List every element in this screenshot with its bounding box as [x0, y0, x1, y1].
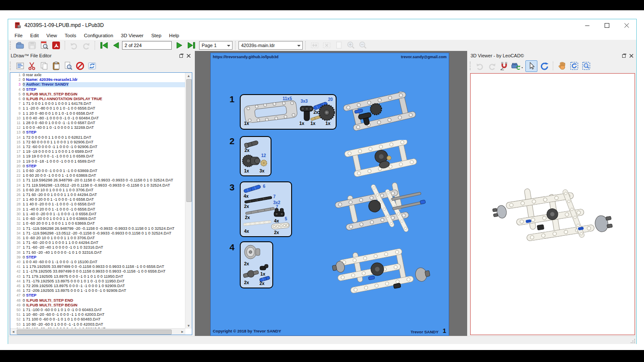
editor-line[interactable]: 321 0 -60 20 0 0 1 0 0 0 1 1 0 0 63869.D…: [10, 221, 185, 226]
editor-line[interactable]: 130 STEP: [10, 130, 185, 135]
viewer-model[interactable]: [488, 180, 620, 256]
editor-line[interactable]: 531 10 80 -20 -60 0 1 0 0 0 -1 -1 0 0 42…: [10, 322, 185, 327]
editor-line[interactable]: 50 !LPUB MULTI_STEP BEGIN: [10, 92, 185, 97]
editor-line[interactable]: 91 1 20 0 -80 0 0 1 0 1 0 -1 0 0 6558.DA…: [10, 111, 185, 116]
assembly-step3[interactable]: [328, 181, 429, 241]
pli-box-step2[interactable]: 2x 1x 12 3x: [240, 136, 271, 176]
editor-line[interactable]: 281 1 40 0 -20 0 0 1 -1 0 0 0 -1 0 6558.…: [10, 202, 185, 207]
next-page-icon[interactable]: [174, 40, 185, 50]
editor-line[interactable]: 351 0 -60 20 10 0 1 0 0 0 1 1 0 0 3706.D…: [10, 236, 185, 240]
redo-icon[interactable]: [81, 40, 91, 50]
editor-line[interactable]: 20 Name: 42039s-rearaxle1.ldr: [10, 77, 185, 82]
editor-line[interactable]: 390 STEP: [10, 255, 185, 260]
editor-line[interactable]: 200 STEP: [10, 164, 185, 169]
assembly-step1[interactable]: [337, 92, 427, 135]
menu-edit[interactable]: Edit: [27, 32, 43, 39]
editor-line[interactable]: 171 19 -19 0 0 0 0 1 1 0 0 0 1 0 6589.DA…: [10, 149, 185, 154]
pli-box-step3[interactable]: 6 4x 7 2x 7 2x 4x 3x2 4x 5: [240, 181, 292, 237]
part-gear-12[interactable]: [260, 159, 268, 169]
model-select-combo[interactable]: 42039s-main.ldr: [239, 41, 303, 50]
close-icon[interactable]: [628, 53, 634, 59]
editor-line[interactable]: 251 0 60 20 10 0 1 0 0 0 1 1 0 0 3706.DA…: [10, 188, 185, 193]
editor-line[interactable]: 341 71 -119.596298 -13.0512 -20 -0.1158 …: [10, 231, 185, 236]
minimize-button[interactable]: [577, 19, 597, 31]
editor-line[interactable]: 511 10 -80 -20 -60 0 -1 0 0 0 -1 1 0 0 4…: [10, 312, 185, 317]
toolbar-toggle-icon[interactable]: [15, 61, 25, 71]
page-counter-input[interactable]: [122, 41, 172, 50]
editor-line[interactable]: 271 1 40 0 20 0 0 1 -1 0 0 0 -1 0 6558.D…: [10, 197, 185, 202]
zoom-region-icon[interactable]: [581, 61, 591, 71]
part-differential[interactable]: [242, 153, 261, 170]
fit-visible-icon[interactable]: [322, 40, 332, 50]
resize-grip[interactable]: [630, 338, 635, 343]
editor-line[interactable]: 211 0 60 -20 0 0 -1 0 0 0 1 -1 0 0 63869…: [10, 169, 185, 173]
editor-line[interactable]: 30 Author: Trevor SANDY: [10, 82, 185, 87]
maximize-button[interactable]: [597, 19, 617, 31]
vertical-scrollbar[interactable]: ▲ ▼: [185, 73, 192, 329]
editor-line[interactable]: 161 72 -60 0 0 0 0 -1 1 0 0 0 -1 0 92906…: [10, 145, 185, 149]
menu-3d-viewer[interactable]: 3D Viewer: [117, 32, 147, 39]
save-icon[interactable]: [27, 40, 37, 50]
find-icon[interactable]: [63, 61, 73, 71]
menu-view[interactable]: View: [42, 32, 61, 39]
close-icon[interactable]: [185, 53, 191, 59]
select-tool-icon[interactable]: [525, 61, 537, 71]
editor-line[interactable]: 451 72 209.192505 13.8975 0 0 0 -1 -1 0 …: [10, 284, 185, 288]
editor-line[interactable]: 331 71 -119.596298 26.948799 -20 -0.1158…: [10, 226, 185, 231]
instruction-page[interactable]: https://trevorsandy.github.io/lpub3d tre…: [210, 53, 449, 336]
editor-line[interactable]: 421 1 -179.192505 33.897499 0 0 0.1158 0…: [10, 269, 185, 274]
editor-line[interactable]: 241 71 119.596298 -13.0512 -20 0.1158 0 …: [10, 183, 185, 188]
pli-box-step1[interactable]: 11x5 1x 3x3 1x 2x 3 1x 20 1x: [240, 94, 337, 130]
page-graphics-view[interactable]: https://trevorsandy.github.io/lpub3d tre…: [195, 51, 467, 336]
pli-box-step4[interactable]: 2x 1x 2x 2x: [240, 241, 273, 288]
zoom-in-icon[interactable]: [346, 40, 356, 50]
horizontal-scrollbar[interactable]: ◄ ►: [10, 328, 185, 335]
scroll-left-icon[interactable]: ◄: [10, 329, 16, 335]
assembly-step2[interactable]: [341, 140, 425, 181]
cut-icon[interactable]: [27, 61, 37, 71]
editor-line[interactable]: 490 !LPUB MULTI_STEP BEGIN: [10, 303, 185, 308]
editor-line[interactable]: 461 72 -209.192505 13.8975 0 0 0 1 -1 0 …: [10, 288, 185, 293]
toolbar-handle[interactable]: [10, 41, 12, 50]
assembly-step4[interactable]: [326, 240, 433, 303]
editor-line[interactable]: 191 19 0 0 -18 -1 0 0 0 -1 0 0 0 1 6589.…: [10, 159, 185, 164]
print-preview-icon[interactable]: [39, 40, 49, 50]
editor-lines[interactable]: 10 rear axle20 Name: 42039s-rearaxle1.ld…: [10, 73, 185, 329]
close-button[interactable]: [617, 19, 636, 31]
editor-line[interactable]: 151 72 60 0 0 0 0 1 1 0 0 0 1 0 92906.DA…: [10, 140, 185, 145]
first-page-icon[interactable]: [99, 40, 109, 50]
angle-snap-icon[interactable]: [499, 61, 509, 71]
editor-line[interactable]: 71 71 0 0 0 1 0 0 0 1 0 0 0 1 64178.DAT: [10, 101, 185, 106]
undo-icon[interactable]: [475, 61, 485, 71]
part-frame-11x5[interactable]: [243, 100, 299, 125]
horizontal-scroll-thumb[interactable]: [17, 329, 172, 335]
paste-icon[interactable]: [51, 61, 61, 71]
ldraw-editor[interactable]: 10 rear axle20 Name: 42039s-rearaxle1.ld…: [10, 72, 192, 335]
undo-icon[interactable]: [69, 40, 79, 50]
editor-line[interactable]: 411 1 179.192505 33.897499 0 0 -0.1158 0…: [10, 264, 185, 269]
editor-line[interactable]: 101 0 0 40 -80 -1 0 0 0 0 -1 0 -1 0 6048…: [10, 116, 185, 121]
viewer-viewport[interactable]: [470, 73, 635, 335]
editor-line[interactable]: 40 STEP: [10, 87, 185, 92]
editor-line[interactable]: 441 71 -179.192505 13.8975 0 0 0 1 0 1 0…: [10, 279, 185, 284]
previous-page-icon[interactable]: [111, 40, 121, 50]
editor-line[interactable]: 10 rear axle: [10, 73, 185, 77]
editor-line[interactable]: 221 0 60 20 0 0 -1 0 0 0 1 -1 0 0 63869.…: [10, 173, 185, 178]
toolbar-handle[interactable]: [10, 62, 12, 70]
part-wheel-hub[interactable]: [243, 244, 262, 262]
editor-line[interactable]: 431 71 179.192505 13.8975 0 0 0 -1 0 1 0…: [10, 274, 185, 279]
menu-help[interactable]: Help: [165, 32, 183, 39]
float-icon[interactable]: [621, 53, 627, 59]
export-pdf-icon[interactable]: [51, 40, 61, 50]
menu-tools[interactable]: Tools: [61, 32, 80, 39]
editor-line[interactable]: 81 1 -20 0 -80 0 0 1 0 1 0 -1 0 0 6558.D…: [10, 106, 185, 111]
rotate-tool-icon[interactable]: [539, 61, 549, 71]
actual-size-icon[interactable]: [334, 40, 344, 50]
copy-icon[interactable]: [39, 61, 49, 71]
update-icon[interactable]: [87, 61, 97, 71]
editor-line[interactable]: 371 71 -60 -20 -40 1 0 0 0 0 -1 0 1 0 32…: [10, 245, 185, 250]
editor-line[interactable]: 301 1 -40 0 -20 0 0 1 -1 0 0 0 -1 0 6558…: [10, 212, 185, 217]
redo-icon[interactable]: [487, 61, 497, 71]
toolbar-handle[interactable]: [470, 62, 472, 70]
scroll-right-icon[interactable]: ►: [179, 329, 185, 335]
